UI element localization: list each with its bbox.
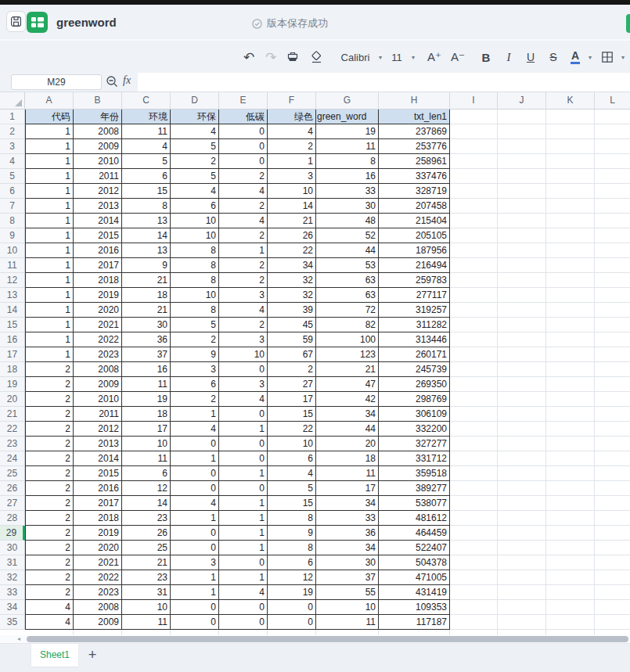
grid-cell-H35[interactable]: 117187 [379,615,450,630]
grid-cell-L20[interactable] [595,392,630,407]
row-header-11[interactable]: 11 [0,258,25,273]
grid-cell-I33[interactable] [450,585,498,600]
grid-cell-J2[interactable] [498,124,546,139]
grid-cell-H24[interactable]: 331712 [379,451,450,466]
grid-cell-L26[interactable] [595,481,630,496]
grid-cell-G32[interactable]: 37 [316,570,379,585]
row-header-6[interactable]: 6 [0,184,25,199]
grid-cell-I24[interactable] [450,451,498,466]
grid-cell-D8[interactable]: 10 [171,214,219,228]
grid-cell-L31[interactable] [595,555,630,570]
grid-cell-I21[interactable] [450,407,498,422]
grid-cell-A13[interactable]: 1 [25,288,74,303]
grid-cell-D34[interactable]: 0 [171,600,219,615]
row-header-10[interactable]: 10 [0,243,25,258]
grid-cell-C10[interactable]: 13 [122,243,171,258]
grid-cell-K3[interactable] [546,139,595,154]
grid-cell-A34[interactable]: 4 [25,600,74,615]
grid-cell-A32[interactable]: 2 [25,570,74,585]
share-button-partial[interactable] [626,14,630,33]
grid-cell-E23[interactable]: 0 [219,437,268,451]
grid-cell-G33[interactable]: 55 [316,585,379,600]
grid-cell-J25[interactable] [498,466,546,481]
grid-cell-A29[interactable]: 2 [25,526,74,541]
grid-cell-C25[interactable]: 6 [122,466,171,481]
grid-cell-B12[interactable]: 2018 [74,273,122,288]
grid-cell-F28[interactable]: 8 [268,511,316,526]
grid-cell-E20[interactable]: 4 [219,392,268,407]
grid-cell-F15[interactable]: 45 [268,318,316,332]
grid-cell-J31[interactable] [498,555,546,570]
grid-cell-J3[interactable] [498,139,546,154]
grid-cell-L35[interactable] [595,615,630,630]
grid-cell-H22[interactable]: 332200 [379,422,450,437]
grid-cell-C28[interactable]: 23 [122,511,171,526]
grid-cell-E36[interactable] [219,630,268,635]
grid-cell-F31[interactable]: 6 [268,555,316,570]
grid-cell-A1[interactable]: 代码 [25,110,74,124]
grid-cell-C4[interactable]: 5 [122,154,171,169]
borders-dropdown-icon[interactable]: ▾ [619,41,627,74]
grid-cell-G9[interactable]: 52 [316,228,379,243]
grid-cell-A36[interactable] [25,630,74,635]
grid-cell-A21[interactable]: 2 [25,407,74,422]
column-header-B[interactable]: B [74,92,122,110]
grid-cell-G26[interactable]: 17 [316,481,379,496]
grid-cell-A20[interactable]: 2 [25,392,74,407]
increase-font-button[interactable]: A⁺ [424,41,445,74]
grid-cell-E8[interactable]: 4 [219,214,268,228]
grid-cell-D28[interactable]: 1 [171,511,219,526]
row-header-1[interactable]: 1 [0,110,25,124]
grid-cell-I30[interactable] [450,541,498,555]
grid-cell-E1[interactable]: 低碳 [219,110,268,124]
grid-cell-I5[interactable] [450,169,498,184]
grid-cell-C27[interactable]: 14 [122,496,171,511]
grid-cell-D31[interactable]: 3 [171,555,219,570]
grid-cell-E29[interactable]: 1 [219,526,268,541]
grid-cell-K33[interactable] [546,585,595,600]
grid-cell-E28[interactable]: 1 [219,511,268,526]
grid-cell-L3[interactable] [595,139,630,154]
grid-cell-B10[interactable]: 2016 [74,243,122,258]
grid-cell-E2[interactable]: 0 [219,124,268,139]
grid-cell-L14[interactable] [595,303,630,318]
grid-cell-G1[interactable]: green_word [316,110,379,124]
grid-cell-J22[interactable] [498,422,546,437]
grid-cell-K26[interactable] [546,481,595,496]
strikethrough-button[interactable]: S [543,41,563,74]
grid-cell-K16[interactable] [546,332,595,347]
grid-cell-C19[interactable]: 11 [122,377,171,392]
grid-cell-F5[interactable]: 3 [268,169,316,184]
grid-cell-A6[interactable]: 1 [25,184,74,199]
row-header-14[interactable]: 14 [0,303,25,318]
grid-cell-G18[interactable]: 21 [316,362,379,377]
grid-cell-D3[interactable]: 5 [171,139,219,154]
grid-cell-F17[interactable]: 67 [268,347,316,362]
grid-cell-L7[interactable] [595,199,630,214]
grid-cell-G21[interactable]: 34 [316,407,379,422]
grid-cell-G3[interactable]: 11 [316,139,379,154]
grid-cell-J15[interactable] [498,318,546,332]
grid-cell-C33[interactable]: 31 [122,585,171,600]
grid-cell-J33[interactable] [498,585,546,600]
grid-cell-J7[interactable] [498,199,546,214]
grid-cell-C34[interactable]: 10 [122,600,171,615]
grid-cell-F1[interactable]: 绿色 [268,110,316,124]
grid-cell-K8[interactable] [546,214,595,228]
grid-cell-E17[interactable]: 10 [219,347,268,362]
grid-cell-J17[interactable] [498,347,546,362]
grid-cell-C29[interactable]: 26 [122,526,171,541]
grid-cell-L1[interactable] [595,110,630,124]
grid-cell-L18[interactable] [595,362,630,377]
grid-cell-I3[interactable] [450,139,498,154]
grid-cell-B8[interactable]: 2014 [74,214,122,228]
row-header-29[interactable]: 29 [0,526,25,541]
grid-cell-I29[interactable] [450,526,498,541]
grid-cell-H18[interactable]: 245739 [379,362,450,377]
row-header-19[interactable]: 19 [0,377,25,392]
grid-cell-K9[interactable] [546,228,595,243]
grid-cell-K27[interactable] [546,496,595,511]
zoom-out-icon[interactable] [106,75,119,88]
grid-cell-B1[interactable]: 年份 [74,110,122,124]
grid-cell-J29[interactable] [498,526,546,541]
